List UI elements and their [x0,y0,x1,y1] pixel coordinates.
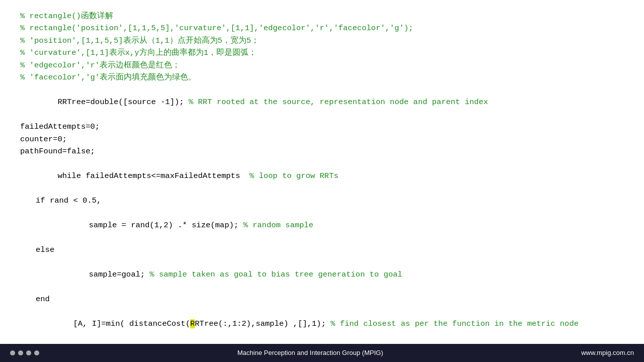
code-line-9: counter=0; [20,133,624,145]
code-comment-11: % loop to grow RRTs [250,171,339,180]
footer-dot-2 [18,350,23,355]
code-line-4: % 'curvature',[1,1]表示x,y方向上的曲率都为1，即是圆弧； [20,47,624,59]
footer-dot-4 [34,350,39,355]
code-line-3: % 'position',[1,1,5,5]表示从（1,1）点开始高为5，宽为5… [20,35,624,47]
code-line-13: sample = rand(1,2) .* size(map); % rando… [20,207,624,244]
code-black-7: RRTree=double([source -1]); [57,98,188,107]
footer: Machine Perception and Interaction Group… [0,344,644,362]
code-line-7: RRTree=double([source -1]); % RRT rooted… [20,84,624,121]
code-comment-15: % sample taken as goal to bias tree gene… [149,270,402,279]
code-line-2: % rectangle('position',[1,1,5,5],'curvat… [20,22,624,34]
code-line-10: pathFound=false; [20,145,624,157]
code-block: % rectangle()函数详解 % rectangle('position'… [20,10,624,344]
code-line-12: if rand < 0.5, [20,195,624,207]
code-line-5: % 'edgecolor','r'表示边框颜色是红色； [20,59,624,71]
code-line-14: else [20,244,624,256]
code-line-1: % rectangle()函数详解 [20,10,624,22]
code-comment-7: % RRT rooted at the source, representati… [189,98,488,107]
code-black-17a: [A, I]=min( distanceCost(RRTree(:,1:2),s… [73,319,331,328]
code-black-11: while failedAttempts<=maxFailedAttempts [57,171,249,180]
code-comment-17: % find closest as per the function in th… [331,319,579,328]
code-line-8: failedAttempts=0; [20,121,624,133]
footer-right-text: www.mpig.com.cn [581,348,634,358]
code-black-13: sample = rand(1,2) .* size(map); [89,221,243,230]
code-line-15: sample=goal; % sample taken as goal to b… [20,256,624,293]
slide: % rectangle()函数详解 % rectangle('position'… [0,0,644,362]
footer-dot-3 [26,350,31,355]
code-comment-13: % random sample [243,221,313,230]
content-area: % rectangle()函数详解 % rectangle('position'… [0,0,644,344]
code-line-16: end [20,293,624,305]
footer-dot-1 [10,350,15,355]
code-line-17: [A, I]=min( distanceCost(RRTree(:,1:2),s… [20,306,624,342]
footer-center-text: Machine Perception and Interaction Group… [237,348,383,358]
code-line-11: while failedAttempts<=maxFailedAttempts … [20,158,624,195]
code-line-6: % 'facecolor','g'表示面内填充颜色为绿色。 [20,71,624,83]
footer-left [10,350,39,355]
cursor-highlight: R [190,319,195,328]
code-black-15: sample=goal; [89,270,149,279]
